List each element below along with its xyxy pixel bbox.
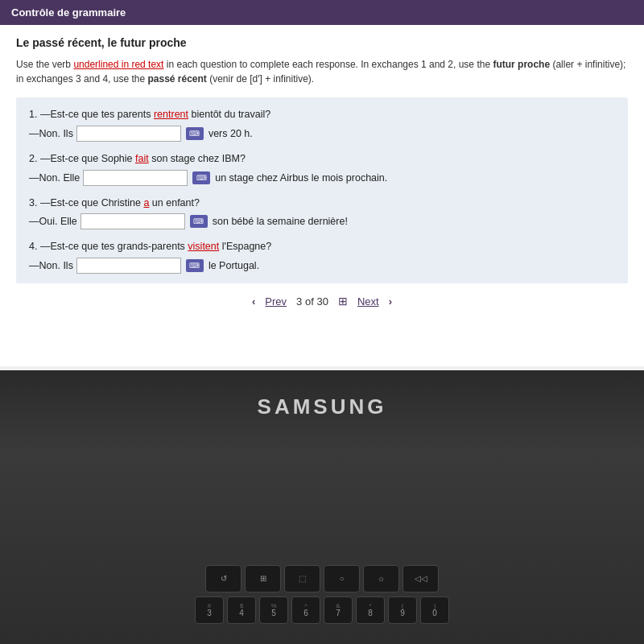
a1-prefix: —Non. Ils	[29, 128, 73, 139]
question-block-3: 3. —Est-ce que Christine a un enfant? —O…	[29, 196, 615, 230]
question-block-4: 4. —Est-ce que tes grands-parents visite…	[29, 239, 615, 274]
kbd-icon-4: ⌨	[186, 259, 204, 272]
screen-area: Contrôle de grammaire Le passé récent, l…	[0, 0, 644, 370]
a3-prefix: —Oui. Elle	[29, 216, 77, 227]
content-area: Le passé récent, le futur proche Use the…	[0, 25, 644, 366]
prev-chevron: ‹	[252, 295, 255, 308]
key-3[interactable]: #3	[195, 597, 224, 624]
questions-section: 1. —Est-ce que tes parents rentrent bien…	[16, 97, 628, 283]
kbd-icon-1: ⌨	[186, 127, 204, 140]
instructions-part1: Use the verb	[16, 59, 73, 70]
answer-line-4: —Non. Ils ⌨ le Portugal.	[29, 258, 615, 274]
question-line-3: 3. —Est-ce que Christine a un enfant?	[29, 196, 615, 211]
page-separator: of	[305, 295, 316, 308]
answer-input-3[interactable]	[80, 213, 185, 229]
q1-number: 1.	[29, 109, 40, 120]
grid-icon[interactable]: ⊞	[338, 295, 348, 308]
answer-input-1[interactable]	[76, 126, 181, 142]
key-brightness[interactable]: ☼	[363, 565, 399, 592]
total-pages: 30	[316, 295, 328, 308]
instructions-bold1: futur proche	[493, 59, 550, 70]
a4-suffix: le Portugal.	[208, 260, 259, 271]
q1-post: bientôt du travail?	[188, 109, 270, 120]
instructions-part4: (venir de [d'] + infinitive).	[207, 73, 314, 85]
instructions-underlined: underlined in red text	[73, 59, 163, 70]
samsung-logo: SAMSUNG	[258, 394, 387, 419]
instructions-part2: in each question to complete each respon…	[163, 59, 493, 70]
q2-number: 2.	[29, 153, 40, 164]
a1-suffix: vers 20 h.	[208, 128, 253, 139]
keyboard-row-2: #3 $4 %5 ^6 &7 *8 (9 )0	[16, 597, 628, 624]
question-line-4: 4. —Est-ce que tes grands-parents visite…	[29, 239, 615, 254]
header-title: Contrôle de grammaire	[11, 6, 126, 19]
question-line-2: 2. —Est-ce que Sophie fait son stage che…	[29, 151, 615, 167]
kbd-icon-2: ⌨	[192, 171, 210, 184]
prev-button[interactable]: Prev	[265, 295, 287, 308]
key-windows[interactable]: ⊞	[245, 565, 281, 592]
next-chevron: ›	[389, 295, 392, 308]
current-page: 3	[296, 295, 302, 308]
question-line-1: 1. —Est-ce que tes parents rentrent bien…	[29, 107, 615, 122]
key-8[interactable]: *8	[356, 597, 385, 624]
pagination: ‹ Prev 3 of 30 ⊞ Next ›	[16, 283, 628, 314]
page-title: Le passé récent, le futur proche	[16, 36, 628, 49]
q4-underlined: visitent	[188, 241, 219, 252]
question-block-1: 1. —Est-ce que tes parents rentrent bien…	[29, 107, 615, 142]
kbd-icon-3: ⌨	[190, 215, 208, 228]
header-bar: Contrôle de grammaire	[0, 0, 644, 25]
key-4[interactable]: $4	[227, 597, 256, 624]
instructions: Use the verb underlined in red text in e…	[16, 57, 628, 86]
key-9[interactable]: (9	[388, 597, 417, 624]
key-7[interactable]: &7	[324, 597, 353, 624]
answer-line-1: —Non. Ils ⌨ vers 20 h.	[29, 126, 615, 142]
q2-post: son stage chez IBM?	[149, 153, 246, 164]
q1-underlined: rentrent	[154, 109, 188, 120]
key-rewind[interactable]: ◁◁	[402, 565, 439, 592]
key-home[interactable]: ○	[324, 565, 360, 592]
key-5[interactable]: %5	[259, 597, 288, 624]
q4-number: 4.	[29, 241, 40, 252]
page-info: 3 of 30	[296, 295, 328, 308]
q2-underlined: fait	[135, 153, 149, 164]
answer-input-4[interactable]	[76, 258, 181, 274]
q2-pre: —Est-ce que Sophie	[40, 153, 135, 164]
q4-pre: —Est-ce que tes grands-parents	[40, 241, 188, 252]
answer-line-2: —Non. Elle ⌨ un stage chez Airbus le moi…	[29, 170, 615, 186]
q3-post: un enfant?	[149, 197, 200, 208]
key-refresh[interactable]: ↺	[205, 565, 242, 592]
key-display[interactable]: ⬚	[284, 565, 320, 592]
a4-prefix: —Non. Ils	[29, 260, 73, 271]
a3-suffix: son bébé la semaine dernière!	[213, 216, 348, 227]
a2-prefix: —Non. Elle	[29, 172, 80, 184]
keyboard-row-1: ↺ ⊞ ⬚ ○ ☼ ◁◁	[16, 565, 628, 592]
instructions-bold2: passé récent	[147, 73, 206, 85]
question-block-2: 2. —Est-ce que Sophie fait son stage che…	[29, 151, 615, 186]
laptop-body: SAMSUNG ↺ ⊞ ⬚ ○ ☼ ◁◁ #3 $4 %5 ^6 &7 *8 (…	[0, 370, 644, 644]
q4-post: l'Espagne?	[219, 241, 271, 252]
answer-line-3: —Oui. Elle ⌨ son bébé la semaine dernièr…	[29, 213, 615, 229]
q3-number: 3.	[29, 197, 40, 208]
answer-input-2[interactable]	[83, 170, 188, 186]
q3-pre: —Est-ce que Christine	[40, 197, 144, 208]
q1-pre: —Est-ce que tes parents	[40, 109, 154, 120]
keyboard-area: ↺ ⊞ ⬚ ○ ☼ ◁◁ #3 $4 %5 ^6 &7 *8 (9 )0	[0, 565, 644, 628]
key-0[interactable]: )0	[420, 597, 449, 624]
next-button[interactable]: Next	[357, 295, 379, 308]
a2-suffix: un stage chez Airbus le mois prochain.	[215, 172, 387, 184]
key-6[interactable]: ^6	[291, 597, 320, 624]
